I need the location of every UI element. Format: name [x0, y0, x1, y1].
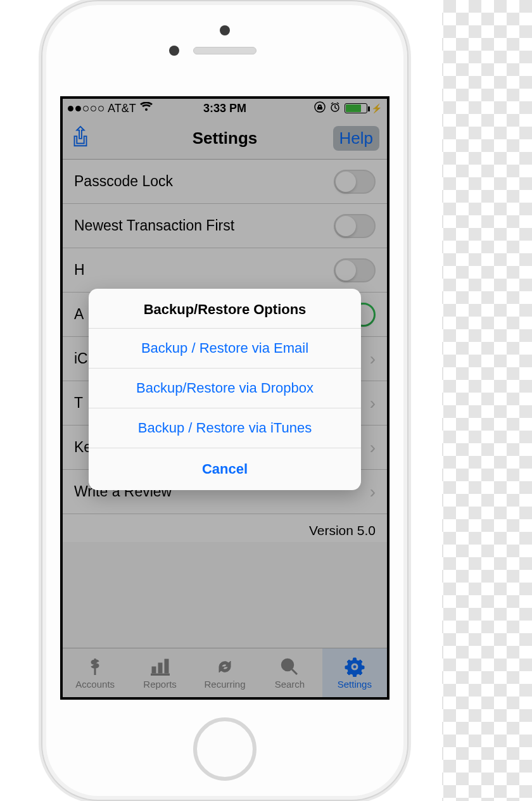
tab-label: Reports	[143, 679, 177, 690]
toggle-newest[interactable]	[334, 214, 376, 238]
svg-rect-3	[158, 663, 162, 673]
search-icon	[280, 656, 299, 678]
tab-search[interactable]: Search	[257, 648, 322, 697]
tab-label: Settings	[338, 679, 372, 690]
sheet-option-itunes[interactable]: Backup / Restore via iTunes	[89, 408, 361, 448]
status-bar: AT&T 3:33 PM ⚡	[63, 99, 387, 118]
chevron-right-icon: ›	[370, 393, 376, 413]
row-passcode-lock[interactable]: Passcode Lock	[63, 160, 387, 204]
nav-bar: Settings Help	[63, 118, 387, 160]
phone-camera	[220, 25, 230, 35]
phone-speaker	[193, 47, 256, 54]
sheet-title: Backup/Restore Options	[89, 289, 361, 329]
home-button[interactable]	[193, 717, 256, 781]
refresh-icon	[215, 656, 234, 678]
row-label: H	[74, 262, 85, 279]
tab-label: Recurring	[205, 679, 246, 690]
svg-point-6	[282, 659, 293, 671]
dollar-icon	[87, 656, 103, 678]
tab-reports[interactable]: Reports	[127, 648, 192, 697]
action-sheet-backup-restore: Backup/Restore Options Backup / Restore …	[89, 289, 361, 490]
tab-accounts[interactable]: Accounts	[63, 648, 127, 697]
tab-label: Accounts	[75, 679, 115, 690]
toggle-passcode[interactable]	[334, 170, 376, 194]
version-label: Version 5.0	[63, 514, 387, 542]
row-label: iC	[74, 350, 88, 367]
phone-frame: AT&T 3:33 PM ⚡ Settings	[41, 0, 408, 801]
toggle[interactable]	[334, 258, 376, 282]
svg-rect-4	[165, 659, 168, 673]
nav-title: Settings	[63, 129, 387, 148]
chevron-right-icon: ›	[370, 438, 376, 458]
svg-rect-5	[151, 674, 170, 676]
row-label: Newest Transaction First	[74, 217, 234, 234]
chevron-right-icon: ›	[370, 482, 376, 502]
tab-recurring[interactable]: Recurring	[193, 648, 257, 697]
tab-bar: Accounts Reports Recurring Search Settin…	[63, 648, 387, 697]
bar-chart-icon	[151, 656, 170, 678]
tab-settings[interactable]: Settings	[322, 648, 387, 697]
svg-rect-2	[152, 667, 156, 673]
sheet-cancel-button[interactable]: Cancel	[89, 448, 361, 490]
row-label: Passcode Lock	[74, 173, 173, 190]
row-obscured-1[interactable]: H	[63, 248, 387, 293]
sheet-option-email[interactable]: Backup / Restore via Email	[89, 329, 361, 369]
phone-sensor	[169, 46, 179, 56]
screen: AT&T 3:33 PM ⚡ Settings	[60, 96, 390, 700]
row-label: T	[74, 394, 83, 412]
battery-icon	[345, 103, 367, 113]
gear-icon	[345, 656, 365, 678]
sheet-option-dropbox[interactable]: Backup/Restore via Dropbox	[89, 369, 361, 408]
row-newest-first[interactable]: Newest Transaction First	[63, 204, 387, 248]
tab-label: Search	[275, 679, 305, 690]
status-time: 3:33 PM	[63, 102, 387, 115]
chevron-right-icon: ›	[370, 349, 376, 369]
row-label: A	[74, 306, 84, 323]
